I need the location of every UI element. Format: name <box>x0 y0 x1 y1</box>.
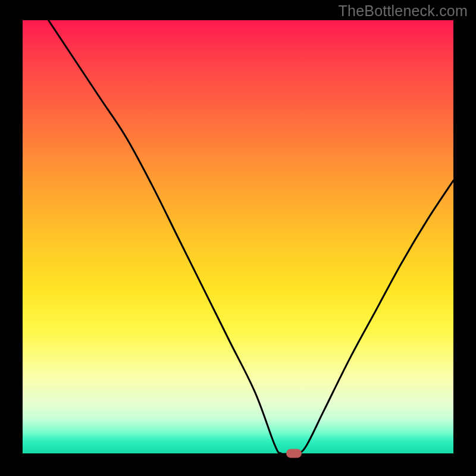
bottleneck-curve-path <box>48 20 453 453</box>
curve-svg <box>23 20 453 453</box>
optimum-marker <box>286 449 302 458</box>
chart-frame: TheBottleneck.com <box>0 0 476 476</box>
plot-area <box>23 20 453 453</box>
watermark-text: TheBottleneck.com <box>339 2 468 20</box>
